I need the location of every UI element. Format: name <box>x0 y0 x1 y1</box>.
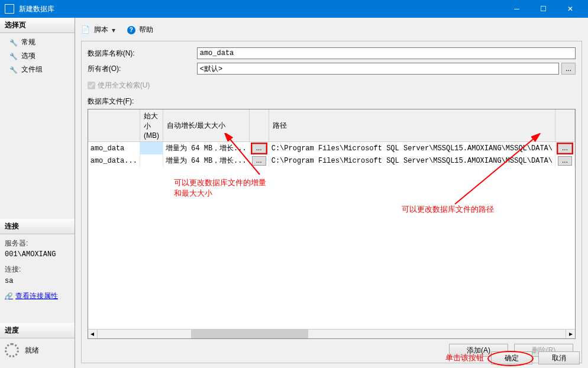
autogrowth-browse-button[interactable]: ... <box>252 144 266 153</box>
col-browse1 <box>249 109 269 142</box>
conn-value: sa <box>5 276 70 287</box>
db-name-label: 数据库名称(N): <box>88 49 197 59</box>
help-icon: ? <box>127 26 135 34</box>
progress-header: 进度 <box>0 323 75 338</box>
server-label: 服务器: <box>5 238 70 249</box>
path-browse-button[interactable]: ... <box>558 144 572 153</box>
owner-label: 所有者(O): <box>88 64 197 74</box>
app-icon <box>5 4 14 14</box>
link-icon <box>5 290 13 302</box>
window-title: 新建数据库 <box>19 4 503 14</box>
horizontal-scrollbar[interactable]: ◂ ▸ <box>88 329 575 338</box>
server-value: 001\AMOXIANG <box>5 249 70 260</box>
chevron-down-icon[interactable] <box>112 26 115 34</box>
close-button[interactable]: ✕ <box>557 0 583 18</box>
script-button[interactable]: 脚本 <box>94 25 108 35</box>
connection-header: 连接 <box>0 219 75 234</box>
fulltext-label: 使用全文检索(U) <box>98 80 150 91</box>
sidebar-item-options[interactable]: 选项 <box>0 49 75 63</box>
conn-label: 连接: <box>5 264 70 275</box>
view-conn-props-link[interactable]: 查看连接属性 <box>5 290 58 302</box>
maximize-button[interactable]: ☐ <box>530 0 557 18</box>
select-page-header: 选择页 <box>0 18 75 33</box>
script-icon <box>81 25 91 35</box>
autogrowth-browse-button[interactable]: ... <box>252 156 266 166</box>
db-files-table[interactable]: 始大小(MB) 自动增长/最大大小 路径 amo_data 增量为 64 MB，… <box>88 109 576 339</box>
wrench-icon <box>9 66 18 74</box>
spinner-icon <box>5 343 19 357</box>
col-browse2 <box>555 109 575 142</box>
wrench-icon <box>9 52 18 60</box>
help-button[interactable]: 帮助 <box>139 25 153 35</box>
content-area: 脚本 ? 帮助 数据库名称(N): 所有者(O): ... 使用全文检索(U) … <box>75 18 588 368</box>
table-row[interactable]: amo_data... 增量为 64 MB，增长... ... C:\Progr… <box>88 154 575 167</box>
toolbar: 脚本 ? 帮助 <box>81 22 582 41</box>
annotation-click: 单击该按钮 <box>445 353 484 363</box>
col-name[interactable] <box>88 109 140 142</box>
db-name-input[interactable] <box>197 47 576 59</box>
sidebar-item-filegroups[interactable]: 文件组 <box>0 63 75 76</box>
sidebar: 选择页 常规 选项 文件组 连接 服务器: 001\AMOXIANG 连接: s… <box>0 18 75 368</box>
col-path[interactable]: 路径 <box>269 109 555 142</box>
annotation-left: 可以更改数据库文件的增量 和最大大小 <box>174 177 266 199</box>
owner-browse-button[interactable]: ... <box>561 63 576 75</box>
db-files-label: 数据库文件(F): <box>88 96 576 106</box>
table-row[interactable]: amo_data 增量为 64 MB，增长... ... C:\Program … <box>88 142 575 155</box>
sidebar-item-general[interactable]: 常规 <box>0 35 75 49</box>
owner-input[interactable] <box>197 63 559 75</box>
col-initial-size[interactable]: 始大小(MB) <box>140 109 163 142</box>
cancel-button[interactable]: 取消 <box>538 351 580 364</box>
wrench-icon <box>9 38 18 47</box>
ok-button[interactable]: 确定 <box>491 351 532 364</box>
fulltext-checkbox <box>88 82 95 89</box>
col-autogrowth[interactable]: 自动增长/最大大小 <box>163 109 249 142</box>
path-browse-button[interactable]: ... <box>558 156 572 166</box>
progress-status: 就绪 <box>25 346 39 356</box>
minimize-button[interactable]: ─ <box>503 0 530 18</box>
annotation-right: 可以更改数据库文件的路径 <box>402 204 494 215</box>
titlebar: 新建数据库 ─ ☐ ✕ <box>0 0 588 18</box>
